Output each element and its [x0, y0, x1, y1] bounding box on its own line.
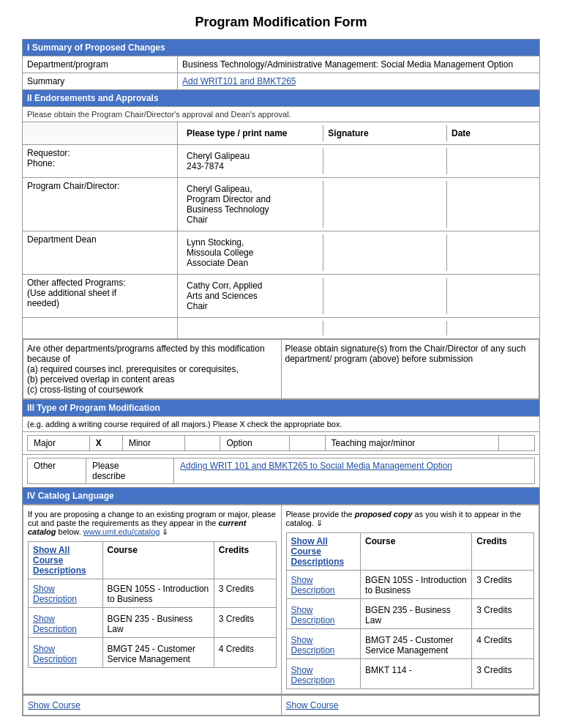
dept-dean-label: Department Dean — [23, 231, 178, 275]
other-row: Other Pleasedescribe Adding WRIT 101 and… — [23, 455, 540, 488]
left-credits-2: 3 Credits — [214, 608, 276, 638]
right-course-1: BGEN 105S - Introduction to Business — [361, 571, 472, 599]
right-course-row-2: Show Description BGEN 235 - Business Law… — [286, 599, 534, 629]
sig-signature-header: Signature — [323, 125, 447, 141]
affected-inner-table: Are other departments/programs affected … — [23, 339, 539, 399]
show-course-right: Show Course — [281, 696, 539, 716]
program-chair-sig-inner: Cheryl Galipeau,Program Director andBusi… — [182, 181, 535, 228]
dept-dean-name: Lynn Stocking,Missoula CollegeAssociate … — [182, 234, 323, 271]
summary-link[interactable]: Add WRIT101 and BMKT265 — [182, 76, 296, 86]
option-checkbox — [289, 436, 325, 451]
other-describe-link: Adding WRIT 101 and BMKT265 to Social Me… — [180, 461, 452, 471]
dept-value: Business Technology/Administrative Manag… — [178, 56, 540, 73]
affected-right-text: Please obtain signature(s) from the Chai… — [281, 340, 539, 399]
option-label: Option — [220, 436, 289, 451]
dept-dean-row: Department Dean Lynn Stocking,Missoula C… — [23, 231, 540, 275]
section2-subtext-row: Please obtain the Program Chair/Director… — [23, 107, 540, 122]
show-course-row: Show Course Show Course — [23, 695, 540, 716]
sig-inner-header: Please type / print name Signature Date — [182, 125, 535, 141]
right-show-desc-2a[interactable]: Show — [291, 605, 313, 615]
requestor-sig-inner: Cheryl Galipeau 243-7874 — [182, 148, 535, 174]
requestor-signature — [323, 148, 447, 174]
catalog-split-table: If you are proposing a change to an exis… — [23, 505, 539, 694]
dept-dean-signature — [323, 234, 447, 271]
other-affected-sig-inner: Cathy Corr, AppliedArts and SciencesChai… — [182, 278, 535, 314]
right-credits-1: 3 Credits — [472, 571, 534, 599]
left-credits-1: 3 Credits — [214, 579, 276, 608]
section4-header-row: IV Catalog Language — [23, 488, 540, 505]
section2-header: II Endorsements and Approvals — [23, 90, 540, 107]
right-course-header: Course — [361, 533, 472, 571]
catalog-content-row: If you are proposing a change to an exis… — [23, 505, 540, 695]
catalog-right: Please provide the proposed copy as you … — [281, 505, 539, 694]
sig-date-header: Date — [447, 125, 536, 141]
section3-subtext-row: (e.g. adding a writing course required o… — [23, 417, 540, 432]
checkbox-inner: Major X Minor Option Teaching major/mino… — [27, 435, 535, 451]
section2-header-row: II Endorsements and Approvals — [23, 90, 540, 107]
right-course-4: BMKT 114 - — [361, 659, 472, 689]
right-show-4[interactable]: Show — [291, 665, 313, 675]
teaching-label: Teaching major/minor — [325, 436, 499, 451]
summary-value: Add WRIT101 and BMKT265 — [178, 73, 540, 90]
catalog-left-intro: If you are proposing a change to an exis… — [28, 510, 277, 537]
program-chair-date — [447, 181, 536, 228]
right-show-desc-3a[interactable]: Show — [291, 635, 313, 645]
catalog-left-link[interactable]: www.umt.edu/catalog — [83, 527, 160, 536]
right-show-desc-1b[interactable]: Description — [291, 585, 335, 595]
right-courses-table: Show All Course Descriptions Course Cred… — [286, 532, 535, 689]
program-chair-row: Program Chair/Director: Cheryl Galipeau,… — [23, 178, 540, 231]
right-desc-4[interactable]: Description — [291, 675, 335, 686]
show-course-split: Show Course Show Course — [23, 695, 539, 716]
show-course-link-right[interactable]: Show Course — [286, 700, 339, 710]
program-chair-signature — [323, 181, 447, 228]
right-course-2: BGEN 235 - Business Law — [361, 599, 472, 629]
section2-subtext: Please obtain the Program Chair/Director… — [23, 107, 540, 122]
program-chair-name: Cheryl Galipeau,Program Director andBusi… — [182, 181, 323, 228]
sig-col1-blank — [23, 122, 178, 145]
left-credits-header: Credits — [214, 542, 276, 579]
minor-checkbox — [184, 436, 220, 451]
right-show-desc-1a[interactable]: Show — [291, 575, 313, 585]
minor-label: Minor — [122, 436, 184, 451]
checkbox-types-row: Major X Minor Option Teaching major/mino… — [23, 432, 540, 455]
section1-header: I Summary of Proposed Changes — [23, 40, 540, 56]
other-affected-row: Other affected Programs:(Use additional … — [23, 275, 540, 318]
sig-print-header: Please type / print name — [182, 125, 323, 141]
teaching-checkbox — [499, 436, 535, 451]
section3-header: III Type of Program Modification — [23, 400, 540, 417]
please-describe-label: Pleasedescribe — [86, 458, 174, 484]
affected-text-row: Are other departments/programs affected … — [23, 339, 540, 400]
other-affected-name: Cathy Corr, AppliedArts and SciencesChai… — [182, 278, 323, 314]
major-checked: X — [89, 436, 122, 451]
left-show-desc-3[interactable]: Show Description — [33, 644, 77, 664]
right-course-3: BMGT 245 - Customer Service Management — [361, 629, 472, 659]
left-show-all-link[interactable]: Show All Course Descriptions — [33, 545, 86, 576]
section4-header: IV Catalog Language — [23, 488, 540, 505]
other-inner: Other Pleasedescribe Adding WRIT 101 and… — [27, 458, 535, 484]
right-show-desc-2b[interactable]: Description — [291, 615, 335, 625]
right-show-desc-3b[interactable]: Description — [291, 645, 335, 655]
other-affected-signature — [323, 278, 447, 314]
main-form-table: I Summary of Proposed Changes Department… — [22, 39, 540, 716]
left-show-desc-1[interactable]: Show Description — [33, 584, 77, 604]
show-course-left: Show Course — [23, 696, 282, 716]
right-course-row-4: Show Description BMKT 114 - 3 Credits — [286, 659, 534, 689]
right-credits-3: 4 Credits — [472, 629, 534, 659]
dept-dean-sig-inner: Lynn Stocking,Missoula CollegeAssociate … — [182, 234, 535, 271]
left-course-row-3: Show Description BMGT 245 - Customer Ser… — [29, 638, 277, 668]
left-show-desc-2[interactable]: Show Description — [33, 614, 77, 634]
other-affected-date — [447, 278, 536, 314]
show-course-link-left[interactable]: Show Course — [28, 700, 80, 710]
section3-header-row: III Type of Program Modification — [23, 400, 540, 417]
dept-label: Department/program — [23, 56, 178, 73]
major-label: Major — [28, 436, 90, 451]
left-course-row-1: Show Description BGEN 105S - Introductio… — [29, 579, 277, 608]
right-show-all-link[interactable]: Show All Course Descriptions — [291, 536, 345, 567]
right-course-row-1: Show Description BGEN 105S - Introductio… — [286, 571, 534, 599]
page-title: Program Modification Form — [22, 15, 540, 30]
left-course-row-2: Show Description BGEN 235 - Business Law… — [29, 608, 277, 638]
other-describe-value: Adding WRIT 101 and BMKT265 to Social Me… — [174, 458, 535, 484]
left-course-1: BGEN 105S - Introduction to Business — [102, 579, 214, 608]
summary-row: Summary Add WRIT101 and BMKT265 — [23, 73, 540, 90]
left-course-3: BMGT 245 - Customer Service Management — [102, 638, 214, 668]
